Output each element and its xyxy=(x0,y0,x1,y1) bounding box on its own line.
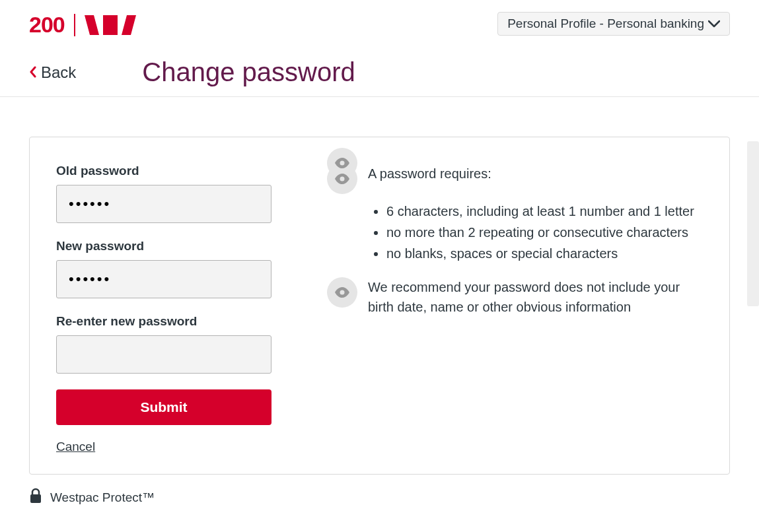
rule-item: 6 characters, including at least 1 numbe… xyxy=(386,201,694,222)
profile-dropdown[interactable]: Personal Profile - Personal banking xyxy=(497,12,730,36)
reenter-password-input[interactable] xyxy=(56,335,271,374)
rule-item: no more than 2 repeating or consecutive … xyxy=(386,222,694,243)
old-password-input[interactable] xyxy=(56,185,271,223)
rules-column: A password requires: 6 characters, inclu… xyxy=(327,164,703,454)
svg-point-2 xyxy=(340,290,345,295)
westpac-w-icon xyxy=(85,15,136,35)
new-password-input[interactable] xyxy=(56,260,271,298)
rules-list: 6 characters, including at least 1 numbe… xyxy=(368,201,694,264)
form-column: Old password New password Re-enter new p… xyxy=(56,164,281,454)
lock-icon xyxy=(29,488,42,507)
rules-eye-2 xyxy=(327,148,703,178)
svg-rect-3 xyxy=(30,494,41,503)
back-link[interactable]: Back xyxy=(29,63,76,82)
rules-intro-block: A password requires: 6 characters, inclu… xyxy=(327,164,703,264)
reenter-password-label: Re-enter new password xyxy=(56,314,281,329)
logo-block: 200 xyxy=(29,12,136,38)
protect-label: Westpac Protect™ xyxy=(50,490,155,505)
header: 200 Personal Profile - Personal banking xyxy=(0,0,759,38)
profile-dropdown-label: Personal Profile - Personal banking xyxy=(507,17,704,31)
rules-recommendation-text: We recommend your password does not incl… xyxy=(368,277,703,317)
cancel-link[interactable]: Cancel xyxy=(56,440,95,453)
reenter-password-field: Re-enter new password xyxy=(56,314,281,374)
scrollbar[interactable] xyxy=(747,141,759,306)
new-password-field: New password xyxy=(56,239,281,298)
chevron-left-icon xyxy=(29,63,37,82)
rule-item: no blanks, spaces or special characters xyxy=(386,243,694,264)
logo-200-text: 200 xyxy=(29,12,65,38)
logo-divider xyxy=(74,14,75,36)
back-label: Back xyxy=(41,63,76,82)
old-password-field: Old password xyxy=(56,164,281,223)
new-password-label: New password xyxy=(56,239,281,253)
svg-point-1 xyxy=(340,161,345,166)
eye-icon xyxy=(327,277,357,308)
footer-protect: Westpac Protect™ xyxy=(0,475,759,507)
chevron-down-icon xyxy=(708,17,720,31)
content: Old password New password Re-enter new p… xyxy=(0,97,759,475)
old-password-label: Old password xyxy=(56,164,281,178)
page-title: Change password xyxy=(142,57,355,87)
svg-point-0 xyxy=(340,177,345,182)
submit-button[interactable]: Submit xyxy=(56,389,271,425)
rules-recommendation-block: We recommend your password does not incl… xyxy=(327,277,703,317)
change-password-card: Old password New password Re-enter new p… xyxy=(29,137,730,475)
title-row: Back Change password xyxy=(0,38,759,97)
